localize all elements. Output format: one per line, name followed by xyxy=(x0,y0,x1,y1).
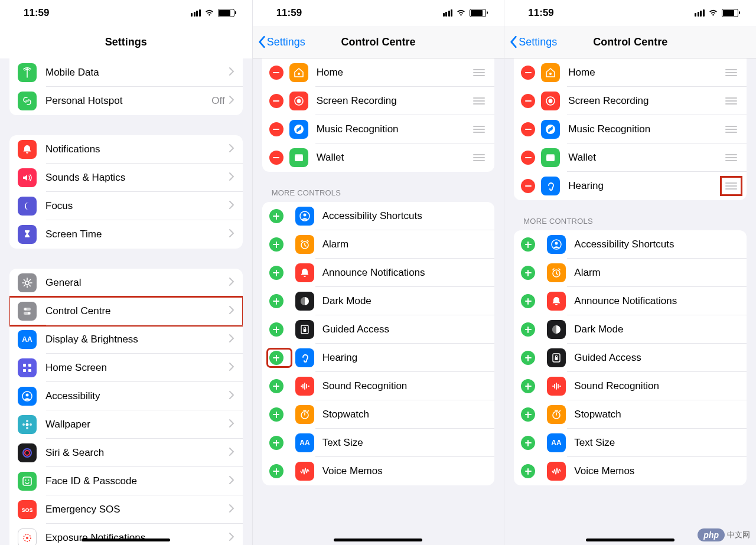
settings-row-sounds-haptics[interactable]: Sounds & Haptics xyxy=(9,164,243,192)
drag-handle-icon[interactable] xyxy=(724,95,738,107)
drag-handle-icon[interactable] xyxy=(724,152,738,164)
svg-point-24 xyxy=(26,537,28,539)
remove-button[interactable] xyxy=(269,66,284,80)
add-button[interactable] xyxy=(269,379,284,393)
svg-rect-50 xyxy=(555,357,558,360)
remove-button[interactable] xyxy=(521,151,535,165)
drag-handle-icon[interactable] xyxy=(472,152,486,164)
back-button[interactable]: Settings xyxy=(509,35,557,48)
add-button[interactable] xyxy=(521,351,535,365)
watermark-text: 中文网 xyxy=(727,530,750,540)
add-button[interactable] xyxy=(521,407,535,422)
drag-handle-icon[interactable] xyxy=(472,123,486,135)
settings-row-focus[interactable]: Focus xyxy=(9,192,243,220)
settings-row-mobile-data[interactable]: Mobile Data xyxy=(9,58,243,87)
add-button[interactable] xyxy=(521,294,535,308)
settings-row-face-id-passcode[interactable]: Face ID & Passcode xyxy=(9,467,243,495)
drag-handle-icon[interactable] xyxy=(472,67,486,79)
settings-row-control-centre[interactable]: Control Centre xyxy=(9,297,243,325)
svg-point-32 xyxy=(303,214,306,217)
drag-handle-icon[interactable] xyxy=(724,67,738,79)
add-button[interactable] xyxy=(521,322,535,337)
chevron-left-icon xyxy=(509,35,517,48)
add-button[interactable] xyxy=(269,294,284,308)
chevron-right-icon xyxy=(229,504,234,515)
chevron-left-icon xyxy=(258,35,266,48)
remove-button[interactable] xyxy=(269,151,284,165)
settings-row-personal-hotspot[interactable]: Personal HotspotOff xyxy=(9,87,243,115)
bell-icon xyxy=(295,263,314,282)
settings-row-screen-time[interactable]: Screen Time xyxy=(9,220,243,249)
remove-button[interactable] xyxy=(521,122,535,136)
settings-row-display-brightness[interactable]: AADisplay & Brightness xyxy=(9,325,243,354)
more-control-guided-access: Guided Access xyxy=(262,315,495,344)
settings-row-accessibility[interactable]: Accessibility xyxy=(9,382,243,410)
add-button[interactable] xyxy=(269,464,284,478)
add-button[interactable] xyxy=(269,237,284,252)
chevron-right-icon xyxy=(229,200,234,212)
page-title: Control Centre xyxy=(341,36,415,48)
home-bar[interactable] xyxy=(82,539,170,541)
signal-icon xyxy=(443,9,453,17)
shazam-icon xyxy=(289,120,308,139)
add-button[interactable] xyxy=(269,351,284,365)
home-bar[interactable] xyxy=(586,539,674,541)
lock-icon xyxy=(547,348,566,367)
add-button[interactable] xyxy=(269,407,284,422)
remove-button[interactable] xyxy=(521,66,535,80)
row-label: Wallet xyxy=(568,152,724,164)
home-icon xyxy=(289,63,308,82)
row-label: Accessibility Shortcuts xyxy=(322,210,487,222)
darkmode-icon xyxy=(547,320,566,339)
add-button[interactable] xyxy=(521,464,535,478)
row-label: Guided Access xyxy=(574,352,738,364)
stopwatch-icon xyxy=(547,405,566,424)
drag-handle-icon[interactable] xyxy=(724,123,738,135)
siri-icon xyxy=(18,443,37,462)
row-label: Home xyxy=(317,67,472,79)
settings-row-exposure-notifications[interactable]: Exposure Notifications xyxy=(9,524,243,545)
remove-button[interactable] xyxy=(269,122,284,136)
add-button[interactable] xyxy=(521,266,535,280)
add-button[interactable] xyxy=(269,436,284,450)
svg-rect-6 xyxy=(23,364,26,367)
settings-row-siri-search[interactable]: Siri & Search xyxy=(9,439,243,467)
soundwave-icon xyxy=(295,377,314,396)
link-icon xyxy=(18,92,37,110)
home-bar[interactable] xyxy=(334,539,422,541)
add-button[interactable] xyxy=(521,436,535,450)
settings-row-home-screen[interactable]: Home Screen xyxy=(9,354,243,382)
remove-button[interactable] xyxy=(269,94,284,108)
row-label: Home Screen xyxy=(45,362,229,374)
add-button[interactable] xyxy=(521,237,535,252)
darkmode-icon xyxy=(295,292,314,311)
chevron-right-icon xyxy=(229,334,234,345)
add-button[interactable] xyxy=(269,322,284,337)
svg-point-46 xyxy=(555,242,558,245)
svg-point-16 xyxy=(30,423,32,426)
drag-handle-icon[interactable] xyxy=(472,95,486,107)
add-button[interactable] xyxy=(269,209,284,223)
row-label: Exposure Notifications xyxy=(45,532,229,544)
add-button[interactable] xyxy=(269,266,284,280)
settings-row-notifications[interactable]: Notifications xyxy=(9,135,243,164)
settings-row-wallpaper[interactable]: Wallpaper xyxy=(9,410,243,439)
more-control-guided-access: Guided Access xyxy=(514,344,747,372)
bell-icon xyxy=(18,140,37,159)
ear-icon xyxy=(295,348,314,367)
settings-row-emergency-sos[interactable]: SOSEmergency SOS xyxy=(9,495,243,524)
settings-row-general[interactable]: General xyxy=(9,269,243,297)
drag-handle-icon[interactable] xyxy=(724,180,738,192)
remove-button[interactable] xyxy=(521,179,535,193)
svg-text:AA: AA xyxy=(552,439,562,447)
status-time: 11:59 xyxy=(24,7,49,19)
row-label: Wallpaper xyxy=(45,419,229,430)
add-button[interactable] xyxy=(521,379,535,393)
row-label: Music Recognition xyxy=(317,123,472,135)
remove-button[interactable] xyxy=(521,94,535,108)
more-control-alarm: Alarm xyxy=(514,259,747,287)
exposure-icon xyxy=(18,528,37,545)
more-control-stopwatch: Stopwatch xyxy=(514,400,747,429)
back-button[interactable]: Settings xyxy=(258,35,305,48)
more-control-dark-mode: Dark Mode xyxy=(262,287,495,315)
